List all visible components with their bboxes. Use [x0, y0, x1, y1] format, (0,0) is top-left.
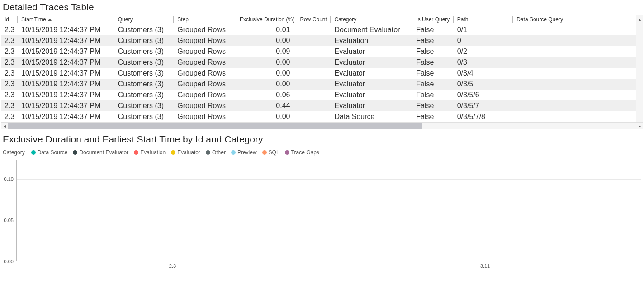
- cell-query: Customers (3): [114, 111, 174, 122]
- col-header-exclusive-duration[interactable]: Exclusive Duration (%): [236, 15, 297, 24]
- scroll-left-icon[interactable]: ◂: [1, 123, 8, 130]
- col-header-category[interactable]: Category: [331, 15, 412, 24]
- chart-title: Exclusive Duration and Earliest Start Ti…: [0, 129, 644, 148]
- cell-query: Customers (3): [114, 46, 174, 57]
- legend-label: Category: [3, 149, 25, 156]
- cell-rowcount: [296, 79, 331, 90]
- legend-item[interactable]: Document Evaluator: [73, 149, 128, 156]
- scroll-track[interactable]: [8, 123, 636, 130]
- legend-item-label: Evaluation: [140, 149, 166, 156]
- x-tick-label: 3.11: [329, 262, 641, 271]
- cell-step: Grouped Rows: [174, 100, 236, 111]
- traces-table[interactable]: Id Start Time Query Step Exclusive Durat…: [1, 15, 643, 122]
- cell-dur: 0.01: [236, 24, 297, 35]
- col-header-step[interactable]: Step: [174, 15, 236, 24]
- cell-dsq: [513, 90, 643, 100]
- col-header-query[interactable]: Query: [114, 15, 174, 24]
- legend-item[interactable]: Evaluator: [171, 149, 200, 156]
- legend-item-label: Data Source: [38, 149, 68, 156]
- col-header-start-time[interactable]: Start Time: [18, 15, 114, 24]
- legend-item[interactable]: Evaluation: [134, 149, 166, 156]
- cell-start: 10/15/2019 12:44:37 PM: [18, 35, 114, 46]
- cell-id: 2.3: [1, 68, 18, 79]
- table-row[interactable]: 2.310/15/2019 12:44:37 PMCustomers (3)Gr…: [1, 35, 643, 46]
- cell-query: Customers (3): [114, 35, 174, 46]
- cell-userq: False: [412, 79, 453, 90]
- cell-start: 10/15/2019 12:44:37 PM: [18, 79, 114, 90]
- scroll-up-icon[interactable]: ▴: [636, 15, 643, 23]
- cell-start: 10/15/2019 12:44:37 PM: [18, 90, 114, 100]
- table-row[interactable]: 2.310/15/2019 12:44:37 PMCustomers (3)Gr…: [1, 111, 643, 122]
- cell-rowcount: [296, 90, 331, 100]
- cell-dur: 0.44: [236, 100, 297, 111]
- table-row[interactable]: 2.310/15/2019 12:44:37 PMCustomers (3)Gr…: [1, 90, 643, 100]
- chart-area[interactable]: 0.000.050.10 2.33.11: [1, 160, 643, 271]
- cell-query: Customers (3): [114, 79, 174, 90]
- cell-dsq: [513, 24, 643, 35]
- cell-dsq: [513, 57, 643, 68]
- cell-rowcount: [296, 100, 331, 111]
- table-row[interactable]: 2.310/15/2019 12:44:37 PMCustomers (3)Gr…: [1, 100, 643, 111]
- legend-item[interactable]: Other: [206, 149, 226, 156]
- cell-id: 2.3: [1, 46, 18, 57]
- legend-swatch-icon: [231, 150, 236, 155]
- legend-item-label: SQL: [269, 149, 279, 156]
- col-header-id[interactable]: Id: [1, 15, 18, 24]
- legend-item-label: Evaluator: [177, 149, 200, 156]
- legend-item[interactable]: SQL: [262, 149, 279, 156]
- cell-category: Document Evaluator: [331, 24, 412, 35]
- table-horizontal-scrollbar[interactable]: ◂ ▸: [1, 122, 643, 129]
- cell-start: 10/15/2019 12:44:37 PM: [18, 111, 114, 122]
- cell-step: Grouped Rows: [174, 35, 236, 46]
- col-header-data-source-query[interactable]: Data Source Query: [513, 15, 643, 24]
- cell-step: Grouped Rows: [174, 90, 236, 100]
- chart-legend: Category Data SourceDocument EvaluatorEv…: [0, 148, 644, 160]
- col-header-path[interactable]: Path: [454, 15, 513, 24]
- cell-start: 10/15/2019 12:44:37 PM: [18, 57, 114, 68]
- y-tick-label: 0.05: [4, 218, 14, 223]
- chart-plot[interactable]: [16, 160, 641, 261]
- table-row[interactable]: 2.310/15/2019 12:44:37 PMCustomers (3)Gr…: [1, 68, 643, 79]
- x-axis: 2.33.11: [16, 262, 641, 271]
- col-header-row-count[interactable]: Row Count: [296, 15, 331, 24]
- cell-path: 0/3: [454, 57, 513, 68]
- cell-category: Evaluator: [331, 46, 412, 57]
- scroll-thumb[interactable]: [8, 124, 422, 129]
- table-header-row: Id Start Time Query Step Exclusive Durat…: [1, 15, 643, 24]
- legend-item-label: Document Evaluator: [79, 149, 128, 156]
- y-tick-label: 0.10: [4, 176, 14, 182]
- scroll-right-icon[interactable]: ▸: [636, 123, 643, 130]
- table-row[interactable]: 2.310/15/2019 12:44:37 PMCustomers (3)Gr…: [1, 57, 643, 68]
- cell-rowcount: [296, 46, 331, 57]
- cell-category: Data Source: [331, 111, 412, 122]
- legend-swatch-icon: [31, 150, 36, 155]
- cell-rowcount: [296, 111, 331, 122]
- legend-item[interactable]: Trace Gaps: [285, 149, 319, 156]
- table-vertical-scrollbar[interactable]: ▴ ▾: [636, 15, 643, 129]
- cell-id: 2.3: [1, 24, 18, 35]
- cell-dur: 0.00: [236, 68, 297, 79]
- legend-item[interactable]: Preview: [231, 149, 257, 156]
- cell-start: 10/15/2019 12:44:37 PM: [18, 68, 114, 79]
- cell-query: Customers (3): [114, 100, 174, 111]
- cell-step: Grouped Rows: [174, 79, 236, 90]
- legend-item[interactable]: Data Source: [31, 149, 68, 156]
- cell-userq: False: [412, 24, 453, 35]
- legend-item-label: Preview: [237, 149, 257, 156]
- cell-category: Evaluator: [331, 68, 412, 79]
- cell-start: 10/15/2019 12:44:37 PM: [18, 46, 114, 57]
- cell-category: Evaluator: [331, 100, 412, 111]
- cell-path: 0/3/4: [454, 68, 513, 79]
- table-row[interactable]: 2.310/15/2019 12:44:37 PMCustomers (3)Gr…: [1, 46, 643, 57]
- col-header-is-user-query[interactable]: Is User Query: [412, 15, 453, 24]
- legend-swatch-icon: [262, 150, 267, 155]
- cell-category: Evaluation: [331, 35, 412, 46]
- cell-dsq: [513, 79, 643, 90]
- table-row[interactable]: 2.310/15/2019 12:44:37 PMCustomers (3)Gr…: [1, 79, 643, 90]
- cell-id: 2.3: [1, 90, 18, 100]
- table-row[interactable]: 2.310/15/2019 12:44:37 PMCustomers (3)Gr…: [1, 24, 643, 35]
- cell-category: Evaluator: [331, 79, 412, 90]
- cell-userq: False: [412, 100, 453, 111]
- cell-query: Customers (3): [114, 57, 174, 68]
- cell-step: Grouped Rows: [174, 24, 236, 35]
